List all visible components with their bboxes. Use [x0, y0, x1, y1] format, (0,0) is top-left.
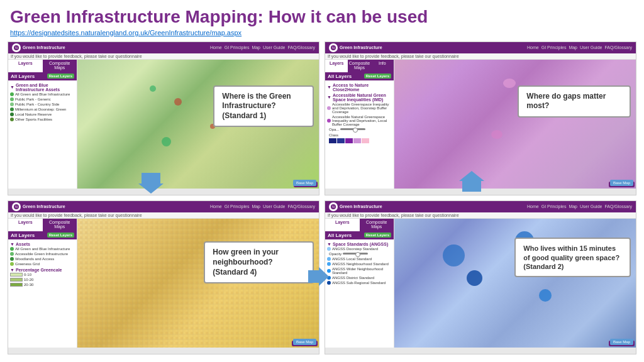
- layer-dot: [327, 276, 331, 280]
- map-feature: [503, 79, 516, 88]
- layer-item-2-1[interactable]: Accessible Natural Greenspace Inequality…: [327, 114, 392, 127]
- layer-item-1-1[interactable]: Public Park - Generic: [10, 97, 75, 102]
- callout-4: Who lives within 15 minutes of good qual…: [514, 238, 631, 277]
- opacity-bar-4a: Opacity: [327, 251, 392, 256]
- map-body-4: Layers Composite Maps All Layers Reset L…: [325, 219, 636, 348]
- feedback-bar-4: If you would like to provide feedback, p…: [325, 212, 636, 219]
- map-nav-3: Home GI Principles Map User Guide FAQ/Gl…: [210, 204, 315, 209]
- tab-composite-1[interactable]: Composite Maps: [43, 60, 77, 72]
- base-map-btn-3[interactable]: Base Map: [293, 339, 316, 345]
- map-bg-2: Zoom 12.0: [394, 60, 636, 189]
- base-map-btn-4[interactable]: Base Map: [610, 339, 633, 345]
- layer-panel-2: Layers Composite Maps Info All Layers Re…: [325, 60, 394, 189]
- logo-3: N Green Infrastructure: [12, 202, 65, 211]
- tab-layers-3[interactable]: Layers: [8, 219, 43, 231]
- map-header-2: N Green Infrastructure Home GI Principle…: [325, 42, 636, 53]
- layer-item-1-5[interactable]: Other Sports Facilities: [10, 117, 75, 122]
- map-body-3: Layers Composite Maps All Layers Reset L…: [8, 219, 319, 348]
- base-map-btn-2[interactable]: Base Map: [610, 180, 633, 186]
- layer-dot: [10, 247, 14, 251]
- layer-dot: [10, 262, 14, 266]
- tab-layers-4[interactable]: Layers: [325, 219, 360, 231]
- layer-dot: [10, 112, 14, 116]
- layer-dot: [327, 262, 331, 266]
- layer-item-1-4[interactable]: Local Nature Reserve: [10, 112, 75, 117]
- layer-dot: [327, 281, 331, 285]
- layer-item-4-2[interactable]: ANGSS Neighbourhood Standard: [327, 261, 392, 266]
- layer-item-3-p2[interactable]: 20-30: [10, 282, 75, 287]
- layer-item-3-1[interactable]: Accessible Green Infrastructure: [10, 251, 75, 256]
- layer-dot: [10, 257, 14, 261]
- tab-composite-4[interactable]: Composite Maps: [360, 219, 394, 231]
- reset-btn-4[interactable]: Reset Layers: [364, 233, 391, 238]
- logo-text-1: Green Infrastructure: [23, 45, 65, 50]
- class-label-2: Class: [327, 132, 392, 138]
- layer-panel-4: Layers Composite Maps All Layers Reset L…: [325, 219, 394, 348]
- map-canvas-2[interactable]: Zoom 12.0 Where do gaps matter most? Bas…: [394, 60, 636, 189]
- subtitle-url[interactable]: https://designatedsites.naturalengland.o…: [0, 29, 644, 41]
- layer-panel-1: Layers Composite Maps All Layers Reset L…: [8, 60, 77, 189]
- logo-text-2: Green Infrastructure: [340, 45, 382, 50]
- tab-layers-2[interactable]: Layers: [325, 60, 348, 72]
- map-canvas-1[interactable]: Zoom 8.0 Where is the Green Infrastructu…: [77, 60, 319, 189]
- quadrant-grid: N Green Infrastructure Home GI Principle…: [0, 41, 644, 361]
- tab-composite-3[interactable]: Composite Maps: [43, 219, 77, 231]
- layer-dot: [10, 102, 14, 106]
- layer-item-3-0[interactable]: All Green and Blue Infrastructure: [10, 246, 75, 251]
- layer-color-box: [10, 278, 23, 282]
- layer-item-2-0[interactable]: Accessible Greenspace Inequality and Dep…: [327, 102, 392, 114]
- map-header-3: N Green Infrastructure Home GI Principle…: [8, 201, 319, 212]
- feedback-bar-2: If you would like to provide feedback, p…: [325, 53, 636, 60]
- class-colors-2: [327, 138, 392, 143]
- main-title: Green Infrastructure Mapping: How it can…: [0, 0, 644, 29]
- map-body-2: Layers Composite Maps Info All Layers Re…: [325, 60, 636, 189]
- layer-item-4-1[interactable]: ANGSS Local Standard: [327, 256, 392, 261]
- callout-2: Where do gaps matter most?: [518, 85, 631, 118]
- section-title-4: ▼Space Standards (ANGSS): [327, 242, 392, 246]
- layer-item-1-0[interactable]: All Green and Blue Infrastructure: [10, 92, 75, 97]
- map-feature: [491, 130, 502, 139]
- layer-color-box: [10, 273, 23, 277]
- layer-item-1-3[interactable]: Millennium at Doorstep: Green: [10, 107, 75, 112]
- logo-icon-2: N: [329, 43, 338, 52]
- layer-item-3-p1[interactable]: 10-20: [10, 277, 75, 282]
- map-canvas-4[interactable]: Zoom 13.0 Who lives within 15 minutes of…: [394, 219, 636, 348]
- section-title-2a: ▼Access to Nature Close2Home: [327, 83, 392, 92]
- layer-item-4-4[interactable]: ANGSS District Standard: [327, 275, 392, 280]
- layer-item-3-3[interactable]: Greeness Grid: [10, 261, 75, 266]
- feedback-bar-3: If you would like to provide feedback, p…: [8, 212, 319, 219]
- base-map-btn-1[interactable]: Base Map: [293, 180, 316, 186]
- map-canvas-3[interactable]: Zoom 11.0 How green in your neighbourhoo…: [77, 219, 319, 348]
- layer-section-1: ▼Green and Blue Infrastructure Assets Al…: [8, 80, 77, 123]
- layer-item-1-2[interactable]: Public Park - Country Side: [10, 102, 75, 107]
- feedback-bar-1: If you would like to provide feedback, p…: [8, 53, 319, 60]
- logo-4: N Green Infrastructure: [329, 202, 382, 211]
- section-title-3a: ▼Assets: [10, 242, 75, 246]
- layer-dot: [327, 247, 331, 251]
- layer-item-3-2[interactable]: Woodlands and Access: [10, 256, 75, 261]
- tab-info-2[interactable]: Info: [371, 60, 394, 72]
- layer-item-4-3[interactable]: ANGSS Wider Neighbourhood Standard: [327, 266, 392, 275]
- tab-composite-2[interactable]: Composite Maps: [348, 60, 370, 72]
- map-feature: [174, 98, 182, 106]
- reset-btn-3[interactable]: Reset Layers: [47, 233, 74, 238]
- tab-layers-1[interactable]: Layers: [8, 60, 43, 72]
- all-layers-header-3: All Layers Reset Layers: [8, 231, 77, 239]
- reset-btn-2[interactable]: Reset Layers: [364, 74, 391, 79]
- map-feature: [443, 244, 465, 266]
- opacity-slider-2[interactable]: [340, 128, 365, 130]
- map-nav-2: Home GI Principles Map User Guide FAQ/Gl…: [527, 45, 632, 50]
- opacity-slider-4a[interactable]: [343, 253, 368, 255]
- layer-item-4-5[interactable]: ANGSS Sub-Regional Standard: [327, 280, 392, 285]
- layer-section-2: ▼Access to Nature Close2Home ▼Accessible…: [325, 80, 394, 145]
- map-feature: [150, 85, 156, 92]
- opacity-bar-2: Opa...: [327, 127, 392, 132]
- layer-item-4-0[interactable]: ANGSS Doorstep Standard: [327, 246, 392, 251]
- layer-item-3-p0[interactable]: 0-10: [10, 272, 75, 277]
- reset-btn-1[interactable]: Reset Layers: [47, 74, 74, 79]
- class-color: [353, 138, 361, 143]
- layer-dot: [327, 257, 331, 261]
- quadrant-4: N Green Infrastructure Home GI Principle…: [325, 200, 636, 354]
- svg-text:N: N: [332, 205, 335, 209]
- logo-text-3: Green Infrastructure: [23, 204, 65, 209]
